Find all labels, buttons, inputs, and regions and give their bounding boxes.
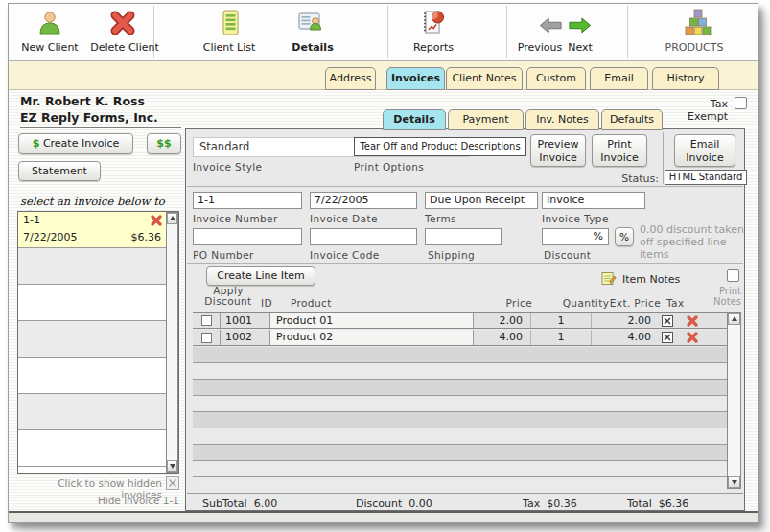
line-item-quantity[interactable]: 1 [531, 330, 592, 345]
person-icon[interactable] [35, 9, 64, 37]
table-footer-space [193, 477, 727, 489]
tab-custom[interactable]: Custom [526, 67, 586, 90]
line-item-ext-price: 2.00 [592, 313, 657, 328]
scroll-down-icon[interactable] [167, 460, 177, 472]
header-ext-price: Ext. Price [595, 297, 661, 309]
separator [187, 493, 743, 494]
terms-field[interactable]: Due Upon Receipt [425, 192, 538, 209]
line-item-row[interactable]: 1002 Product 02 4.00 1 4.00 [193, 330, 727, 346]
invoice-number-label: Invoice Number [193, 213, 278, 224]
line-item-quantity[interactable]: 1 [531, 313, 592, 328]
apply-discount-checkbox[interactable] [201, 333, 212, 343]
invoice-type-field[interactable]: Invoice [542, 192, 645, 209]
tab-history[interactable]: History [652, 67, 719, 90]
details-screen-icon[interactable] [296, 9, 325, 37]
invoice-list-empty-row [18, 358, 166, 394]
line-item-product[interactable]: Product 01 [270, 313, 474, 328]
panel-divider [663, 132, 664, 184]
window-footer [9, 513, 758, 523]
grand-total-label: Total [627, 497, 652, 510]
delete-line-item-icon[interactable] [678, 314, 707, 328]
tax-checkbox-checked[interactable] [662, 332, 673, 343]
status-label: Status: [595, 173, 659, 185]
invoice-list-empty-row [18, 321, 166, 358]
invoice-list-scrollbar[interactable] [166, 212, 178, 473]
show-hidden-checkbox[interactable] [166, 476, 179, 490]
discount-total: Discount 0.00 [356, 497, 432, 510]
terms-label: Terms [425, 213, 456, 224]
list-icon[interactable] [216, 9, 245, 37]
invoice-list-empty-row [18, 394, 166, 430]
tax-checkbox-checked[interactable] [662, 315, 673, 327]
details-button[interactable]: Details [279, 41, 346, 54]
tax-total-value: $0.36 [547, 497, 577, 510]
header-apply-discount: Apply Discount [200, 286, 256, 307]
tab-client-notes[interactable]: Client Notes [446, 67, 523, 90]
print-options-field[interactable]: Tear Off and Product Descriptions [354, 137, 526, 156]
email-invoice-button[interactable]: Email Invoice [674, 134, 735, 167]
previous-button[interactable]: Previous [511, 41, 569, 54]
print-invoice-button[interactable]: Print Invoice [592, 134, 647, 167]
item-notes-button[interactable]: Item Notes [622, 273, 680, 286]
scroll-up-icon[interactable] [728, 313, 740, 325]
print-notes-label: Print Notes [705, 286, 741, 307]
arrow-left-icon[interactable] [539, 16, 562, 35]
tab-invoices[interactable]: Invoices [386, 67, 445, 90]
delete-invoice-icon[interactable] [150, 214, 163, 227]
header-product: Product [291, 297, 332, 309]
invoice-list-item[interactable]: 1-1 7/22/2005 $6.36 [18, 212, 166, 248]
preview-invoice-button[interactable]: Preview Invoice [530, 134, 586, 167]
statement-button[interactable]: Statement [18, 161, 101, 181]
client-list-button[interactable]: Client List [193, 41, 266, 54]
po-number-label: PO Number [193, 249, 254, 261]
discount-total-value: 0.00 [408, 497, 432, 510]
note-pencil-icon[interactable] [601, 270, 617, 286]
new-client-button[interactable]: New Client [14, 41, 85, 54]
discount-field[interactable]: % [542, 228, 609, 245]
delete-line-item-icon[interactable] [678, 331, 707, 344]
tab-details[interactable]: Details [383, 109, 446, 130]
line-item-row[interactable]: 1001 Product 01 2.00 1 2.00 [193, 312, 727, 329]
create-invoice-button[interactable]: $ Create Invoice [18, 133, 133, 154]
po-number-field[interactable] [193, 228, 302, 245]
tab-defaults[interactable]: Defaults [601, 109, 663, 130]
scroll-down-icon[interactable] [728, 476, 740, 488]
reports-button[interactable]: Reports [400, 41, 467, 54]
apply-discount-checkbox[interactable] [201, 315, 212, 326]
separator [187, 186, 743, 187]
create-line-item-button[interactable]: Create Line Item [206, 266, 315, 286]
line-item-price[interactable]: 4.00 [474, 330, 531, 345]
delete-x-icon[interactable] [110, 11, 135, 35]
header-id: ID [250, 297, 283, 309]
invoice-date-field[interactable]: 7/22/2005 [310, 192, 417, 209]
delete-client-button[interactable]: Delete Client [87, 41, 162, 54]
percent-button[interactable]: % [615, 227, 634, 246]
invoice-number-field[interactable]: 1-1 [193, 192, 302, 209]
products-button[interactable]: PRODUCTS [653, 41, 735, 54]
hide-invoice-link[interactable]: Hide invoice 1-1 [66, 495, 179, 506]
tab-address[interactable]: Address [325, 67, 376, 90]
dollar-icon: $ [33, 137, 40, 150]
line-item-price[interactable]: 2.00 [474, 313, 531, 328]
tax-exempt-checkbox[interactable] [735, 97, 747, 109]
tab-email[interactable]: Email [590, 67, 648, 90]
invoice-code-field[interactable] [310, 228, 417, 245]
line-item-product[interactable]: Product 02 [270, 330, 474, 345]
create-invoice-label: Create Invoice [43, 137, 119, 150]
shipping-field[interactable] [425, 228, 502, 245]
print-notes-checkbox[interactable] [727, 269, 739, 282]
tab-inv-notes[interactable]: Inv. Notes [525, 109, 599, 130]
subtotal: SubTotal 6.00 [202, 497, 277, 510]
next-button[interactable]: Next [563, 41, 597, 54]
line-items-scrollbar[interactable] [727, 312, 741, 489]
tax-exempt-label: Tax Exempt [670, 98, 728, 123]
tab-payment[interactable]: Payment [448, 109, 524, 130]
tax-total-label: Tax [523, 497, 540, 510]
subtotal-value: 6.00 [254, 497, 278, 510]
invoice-list[interactable]: 1-1 7/22/2005 $6.36 [17, 211, 179, 474]
arrow-right-icon[interactable] [569, 16, 592, 35]
quick-invoice-button[interactable]: $$ [147, 133, 181, 154]
scroll-up-icon[interactable] [167, 213, 177, 224]
blocks-icon[interactable] [684, 8, 712, 36]
reports-icon[interactable] [419, 9, 448, 37]
